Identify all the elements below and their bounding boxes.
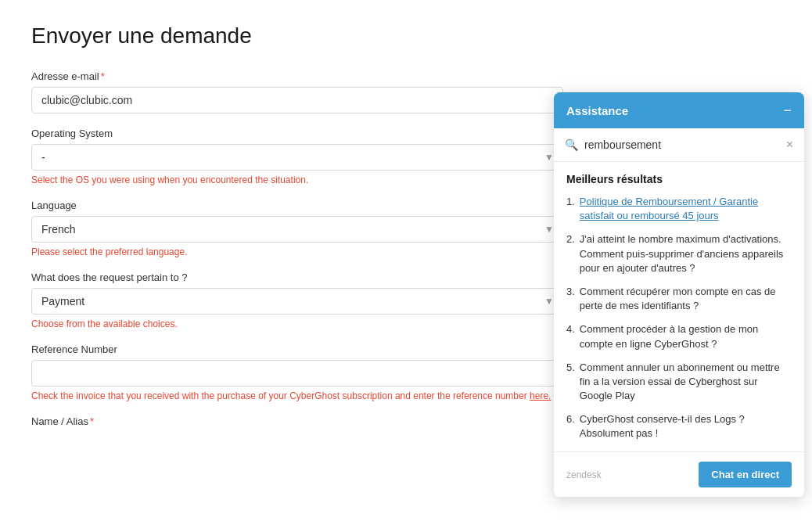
email-label: Adresse e-mail* <box>31 70 563 82</box>
language-select-wrapper: French ▼ <box>31 216 563 243</box>
form-section: Adresse e-mail* Operating System - ▼ Sel… <box>31 70 563 427</box>
request-select[interactable]: Payment <box>31 288 563 315</box>
list-item: 5.Comment annuler un abonnement ou mettr… <box>566 361 792 404</box>
os-select-wrapper: - ▼ <box>31 144 563 171</box>
os-group: Operating System - ▼ Select the OS you w… <box>31 128 563 185</box>
os-label: Operating System <box>31 128 563 139</box>
widget-title: Assistance <box>566 104 628 117</box>
widget-header: Assistance − <box>554 92 804 128</box>
email-group: Adresse e-mail* <box>31 70 563 113</box>
request-select-wrapper: Payment ▼ <box>31 288 563 315</box>
request-group: What does the request pertain to ? Payme… <box>31 271 563 329</box>
chat-button[interactable]: Chat en direct <box>699 462 792 487</box>
os-select[interactable]: - <box>31 144 563 171</box>
request-label: What does the request pertain to ? <box>31 271 563 283</box>
language-hint: Please select the preferred language. <box>31 246 563 257</box>
result-number: 5. <box>566 361 575 404</box>
result-text: Comment procéder à la gestion de mon com… <box>580 322 792 351</box>
list-item: 3.Comment récupérer mon compte en cas de… <box>566 285 792 313</box>
result-text: CyberGhost conserve-t-il des Logs ? Abso… <box>580 412 792 440</box>
result-text: J'ai atteint le nombre maximum d'activat… <box>580 232 792 275</box>
widget-body: Meilleurs résultats 1.Politique de Rembo… <box>554 162 804 451</box>
zendesk-label: zendesk <box>566 469 602 480</box>
language-label: Language <box>31 200 563 211</box>
results-list: 1.Politique de Remboursement / Garantie … <box>566 195 792 441</box>
reference-hint: Check the invoice that you received with… <box>31 390 563 401</box>
result-number: 6. <box>566 412 575 440</box>
email-field[interactable] <box>31 87 563 113</box>
reference-hint-link[interactable]: here. <box>530 390 551 401</box>
search-icon: 🔍 <box>565 138 578 151</box>
page-title: Envoyer une demande <box>31 23 781 49</box>
page-container: Envoyer une demande Adresse e-mail* Oper… <box>0 0 812 525</box>
reference-field[interactable] <box>31 360 563 387</box>
name-group: Name / Alias* <box>31 415 563 427</box>
results-title: Meilleurs résultats <box>566 173 792 185</box>
language-select[interactable]: French <box>31 216 563 243</box>
list-item: 4.Comment procéder à la gestion de mon c… <box>566 322 792 351</box>
result-link[interactable]: Politique de Remboursement / Garantie sa… <box>580 195 792 223</box>
name-label: Name / Alias* <box>31 415 563 427</box>
result-number: 2. <box>566 232 575 275</box>
reference-group: Reference Number Check the invoice that … <box>31 343 563 401</box>
widget-search-bar: 🔍 × <box>554 128 804 162</box>
result-number: 4. <box>566 322 575 351</box>
widget-search-input[interactable] <box>584 138 780 151</box>
result-text: Comment annuler un abonnement ou mettre … <box>580 361 792 404</box>
widget-minimize-button[interactable]: − <box>783 103 792 117</box>
assistance-widget: Assistance − 🔍 × Meilleurs résultats 1.P… <box>554 92 804 497</box>
list-item: 6.CyberGhost conserve-t-il des Logs ? Ab… <box>566 412 792 440</box>
result-text: Comment récupérer mon compte en cas de p… <box>580 285 792 313</box>
request-hint: Choose from the available choices. <box>31 318 563 329</box>
list-item: 2.J'ai atteint le nombre maximum d'activ… <box>566 232 792 275</box>
language-group: Language French ▼ Please select the pref… <box>31 200 563 257</box>
clear-search-button[interactable]: × <box>786 138 793 152</box>
result-number: 3. <box>566 285 575 313</box>
os-hint: Select the OS you were using when you en… <box>31 174 563 185</box>
reference-label: Reference Number <box>31 343 563 355</box>
result-number: 1. <box>566 195 575 223</box>
widget-footer: zendesk Chat en direct <box>554 451 804 497</box>
list-item[interactable]: 1.Politique de Remboursement / Garantie … <box>566 195 792 223</box>
